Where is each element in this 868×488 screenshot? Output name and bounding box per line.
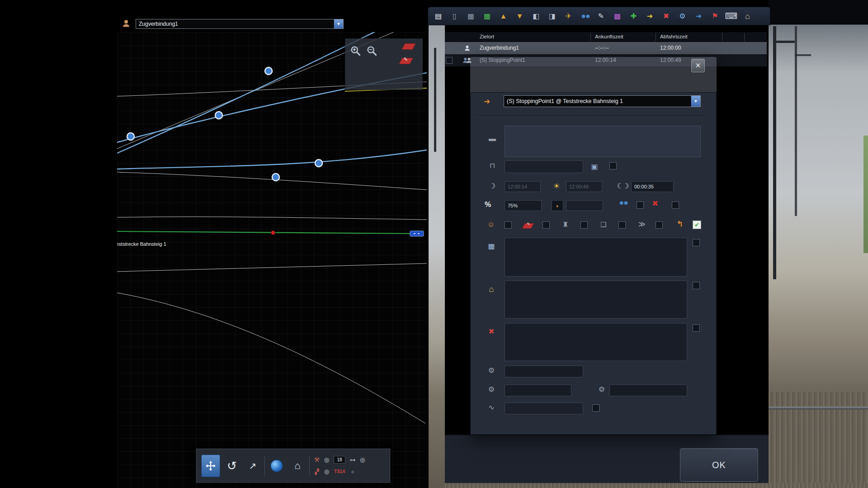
- world-view-button[interactable]: [268, 455, 286, 477]
- stop-duration-field[interactable]: 00:00:35: [631, 181, 674, 192]
- chevron-down-icon[interactable]: ▼: [334, 19, 343, 28]
- import-icon[interactable]: ➜: [692, 9, 705, 23]
- speed-curve-canvas[interactable]: Teststrecke Bahnsteig 1 + − ✎: [117, 32, 427, 488]
- timetable-checkbox[interactable]: [693, 239, 700, 246]
- control-point[interactable]: [272, 174, 279, 181]
- target-icon[interactable]: ◎: [324, 456, 329, 463]
- schedule-header-row: Zielort Ankunftszeit Abfahrtszeit: [445, 32, 767, 42]
- grid-small-icon[interactable]: ▦: [464, 9, 477, 23]
- arrival-time-field[interactable]: 12:00:14: [505, 181, 541, 192]
- track-checkbox[interactable]: [542, 221, 550, 229]
- settings-icon[interactable]: ⚙: [676, 9, 689, 23]
- rotate-button[interactable]: ↺: [223, 455, 241, 477]
- duration-icon: ☾☽: [615, 180, 630, 192]
- control-point[interactable]: [265, 67, 272, 75]
- canvas-toolbar: ↺ ↗ ⌂ ⚒ ◎ 18 ⊶ ◎ ▞: [196, 449, 390, 483]
- modules-icon[interactable]: ▩: [611, 9, 624, 23]
- crossing-text-area[interactable]: [505, 323, 687, 361]
- globe-icon: [270, 460, 283, 472]
- track-edit-icon[interactable]: ✎: [399, 58, 413, 64]
- key-icon[interactable]: ⊶: [350, 457, 355, 463]
- passengers-icon[interactable]: ☻☻: [578, 9, 591, 23]
- stop-point-select[interactable]: (S) StoppingPoint1 @ Teststrecke Bahnste…: [504, 95, 701, 107]
- steps-field[interactable]: [505, 403, 583, 414]
- steps-checkbox[interactable]: [592, 404, 599, 412]
- column-separator: [656, 33, 656, 41]
- loco-checkbox[interactable]: [580, 221, 588, 229]
- action-field-1[interactable]: [505, 366, 583, 377]
- cancel-checkbox[interactable]: [672, 202, 679, 209]
- action-field-2[interactable]: [505, 385, 571, 396]
- speed-limit-icon: ◗: [552, 200, 563, 211]
- zoom-out-button[interactable]: −: [366, 45, 380, 59]
- plane-icon[interactable]: ✈: [562, 9, 575, 23]
- add-route-icon[interactable]: ➜: [643, 9, 656, 23]
- switch-icon[interactable]: ▞: [315, 469, 319, 475]
- depot-icon[interactable]: ⌂: [741, 9, 754, 23]
- save-icon[interactable]: ▤: [432, 9, 445, 23]
- percent-field[interactable]: 75%: [505, 200, 542, 211]
- minus-glyph: −: [369, 46, 373, 53]
- smiley-checkbox[interactable]: [505, 221, 512, 229]
- row-checkbox[interactable]: [446, 57, 453, 64]
- skip-checkbox[interactable]: [656, 221, 663, 229]
- cancel-stop-icon[interactable]: ✖: [652, 199, 658, 208]
- flag-icon[interactable]: ⚑: [708, 9, 722, 23]
- crossing-checkbox[interactable]: [693, 324, 700, 332]
- action-field-3[interactable]: [609, 385, 687, 396]
- add-track-icon[interactable]: ✚: [627, 9, 640, 23]
- route-position-dot[interactable]: [271, 231, 275, 235]
- schedule-toolbar: ▤ ▯ ▦ ▦ ▲ ▼ ◧ ◨ ✈ ☻☻ ✎ ▩ ✚ ➜ ✖ ⚙ ➜ ⚑ ⌨ ⌂: [428, 7, 770, 25]
- train-marker: [410, 231, 424, 236]
- ok-button[interactable]: OK: [680, 448, 758, 482]
- monitor-icon[interactable]: ▣: [589, 161, 600, 173]
- chevron-down-icon[interactable]: ▼: [691, 96, 700, 107]
- curve-editor-plot[interactable]: Teststrecke Bahnsteig 1: [117, 32, 427, 488]
- turnaround-icon[interactable]: ↰: [676, 219, 683, 229]
- dialog-footer: OK: [445, 435, 769, 483]
- move-down-icon[interactable]: ▼: [513, 9, 526, 23]
- catenary-mast: [773, 26, 776, 279]
- grid-large-icon[interactable]: ▦: [481, 9, 494, 23]
- zoom-in-button[interactable]: +: [350, 45, 363, 59]
- stack-checkbox[interactable]: [618, 221, 626, 229]
- control-point[interactable]: [215, 112, 222, 119]
- train-connection-select[interactable]: Zugverbindung1 ▼: [136, 19, 344, 29]
- pane-left-icon[interactable]: ◧: [529, 9, 542, 23]
- target-icon[interactable]: ◎: [324, 468, 329, 475]
- platform-area-checkbox[interactable]: [693, 282, 700, 289]
- jump-button[interactable]: ↗: [244, 455, 262, 477]
- control-point[interactable]: [315, 160, 322, 167]
- speed-field[interactable]: [566, 200, 603, 211]
- departure-time-field[interactable]: 12:00:49: [566, 181, 602, 192]
- target-icon[interactable]: ◎: [360, 456, 365, 463]
- keyboard-icon[interactable]: ⌨: [725, 9, 738, 23]
- grid-size-value[interactable]: 18: [334, 456, 345, 464]
- wrench-icon: ⚙: [486, 365, 497, 376]
- circle-icon[interactable]: ○: [351, 469, 354, 474]
- column-separator: [590, 33, 591, 41]
- tools-icon[interactable]: ⚒: [314, 456, 320, 463]
- schedule-row-connection[interactable]: Zugverbindung1 --:--:-- 12:00:00: [445, 42, 767, 54]
- delete-route-icon[interactable]: ✖: [660, 9, 673, 23]
- edit-list-icon[interactable]: ✎: [594, 9, 608, 23]
- rolling-stock-panel[interactable]: [505, 126, 701, 157]
- passengers-checkbox[interactable]: [637, 202, 644, 209]
- move-button[interactable]: [201, 455, 220, 477]
- crossing-icon: ✖: [486, 326, 497, 338]
- track-segment-icon[interactable]: [401, 43, 415, 50]
- platform-field[interactable]: [505, 160, 583, 173]
- timetable-text-area[interactable]: [505, 238, 687, 277]
- delete-icon[interactable]: ▯: [448, 9, 461, 23]
- control-point[interactable]: [127, 133, 134, 140]
- active-checkbox[interactable]: ✔: [693, 221, 701, 229]
- person-icon: [464, 45, 471, 52]
- pane-right-icon[interactable]: ◨: [546, 9, 559, 23]
- platform-icon: ⊓: [486, 160, 498, 172]
- wagon-icon: ▬: [486, 133, 498, 145]
- platform-checkbox[interactable]: [609, 162, 617, 169]
- move-up-icon[interactable]: ▲: [497, 9, 510, 23]
- platform-text-area[interactable]: [505, 281, 687, 319]
- home-view-button[interactable]: ⌂: [288, 455, 307, 477]
- close-button[interactable]: ✕: [691, 59, 705, 72]
